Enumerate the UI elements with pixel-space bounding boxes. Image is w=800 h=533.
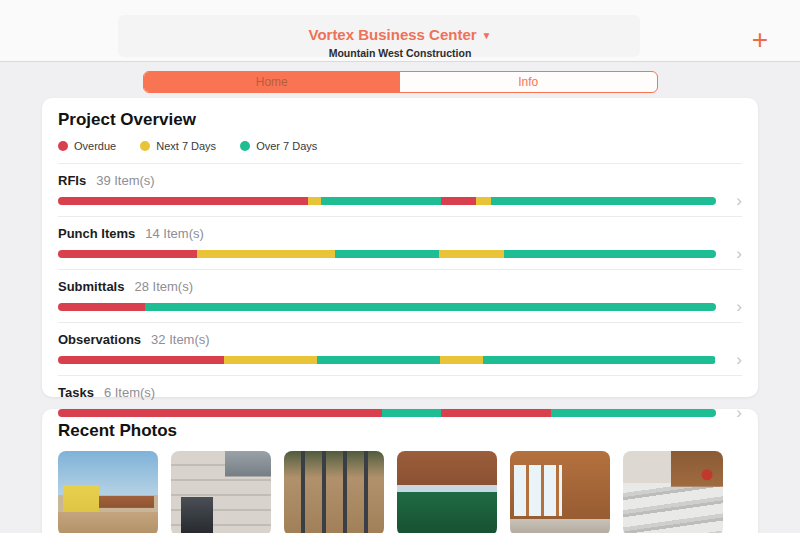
photo-wood-framing-interior[interactable] [510,451,610,533]
company-name: Mountain West Construction [0,47,800,59]
status-bar [58,303,716,311]
bar-segment-overdue [58,409,382,417]
row-head: Submittals28 Item(s) [58,279,742,294]
overview-row-observations[interactable]: Observations32 Item(s)› [58,322,742,375]
bar-segment-next_7_days [440,356,483,364]
bar-segment-overdue [441,409,552,417]
bar-wrap: › [58,250,742,258]
row-name: Observations [58,332,141,347]
photo-strip [58,451,742,533]
bar-wrap: › [58,303,742,311]
bar-segment-over_7_days [504,250,716,258]
bar-segment-overdue [58,197,308,205]
legend-label: Next 7 Days [156,140,216,152]
bar-segment-over_7_days [145,303,716,311]
bar-segment-over_7_days [335,250,439,258]
legend-label: Overdue [74,140,116,152]
legend-dot-icon [58,141,68,151]
bar-segment-overdue [58,250,197,258]
photo-yellow-building-exterior[interactable] [58,451,158,533]
project-overview-title: Project Overview [58,98,742,130]
project-title-dropdown[interactable]: Vortex Business Center ▼ [308,26,491,43]
overview-row-punch-items[interactable]: Punch Items14 Item(s)› [58,216,742,269]
row-name: Submittals [58,279,124,294]
row-name: Punch Items [58,226,135,241]
bar-segment-next_7_days [308,197,321,205]
tab-home[interactable]: Home [144,72,401,92]
app-header: Vortex Business Center ▼ Mountain West C… [0,0,800,62]
chevron-down-icon: ▼ [482,30,492,41]
status-bar [58,197,716,205]
bar-segment-overdue [58,356,224,364]
row-head: RFIs39 Item(s) [58,173,742,188]
chevron-right-icon[interactable]: › [716,303,742,311]
bar-segment-over_7_days [317,356,441,364]
add-button[interactable]: + [746,26,774,54]
row-count: 14 Item(s) [145,226,204,241]
bar-segment-over_7_days [483,356,715,364]
row-head: Punch Items14 Item(s) [58,226,742,241]
project-title: Vortex Business Center [308,26,476,43]
legend-item: Next 7 Days [140,140,216,152]
bar-segment-over_7_days [382,409,441,417]
row-count: 6 Item(s) [104,385,155,400]
status-bar [58,250,716,258]
bar-segment-next_7_days [224,356,316,364]
overview-row-submittals[interactable]: Submittals28 Item(s)› [58,269,742,322]
legend-dot-icon [240,141,250,151]
project-switcher: Vortex Business Center ▼ Mountain West C… [0,26,800,59]
chevron-right-icon[interactable]: › [716,356,742,364]
photo-scaffolding[interactable] [284,451,384,533]
photo-block-wall-electrical-panel[interactable] [171,451,271,533]
bar-wrap: › [58,197,742,205]
legend-label: Over 7 Days [256,140,317,152]
row-name: Tasks [58,385,94,400]
bar-segment-overdue [441,197,476,205]
overview-rows: RFIs39 Item(s)›Punch Items14 Item(s)›Sub… [58,163,742,428]
row-count: 32 Item(s) [151,332,210,347]
project-overview-card: Project Overview OverdueNext 7 DaysOver … [42,98,758,397]
chevron-right-icon[interactable]: › [716,409,742,417]
chevron-right-icon[interactable]: › [716,197,742,205]
bar-segment-next_7_days [197,250,335,258]
row-name: RFIs [58,173,86,188]
bar-segment-overdue [58,303,145,311]
tab-info[interactable]: Info [400,72,657,92]
status-bar [58,409,716,417]
bar-segment-over_7_days [321,197,441,205]
status-bar [58,356,716,364]
recent-photos-card: Recent Photos [42,409,758,533]
chevron-right-icon[interactable]: › [716,250,742,258]
row-head: Observations32 Item(s) [58,332,742,347]
bar-segment-over_7_days [491,197,716,205]
legend-item: Overdue [58,140,116,152]
bar-segment-over_7_days [551,409,716,417]
status-legend: OverdueNext 7 DaysOver 7 Days [58,140,742,163]
legend-item: Over 7 Days [240,140,317,152]
bar-segment-next_7_days [476,197,491,205]
row-count: 28 Item(s) [134,279,193,294]
bar-wrap: › [58,409,742,417]
bar-wrap: › [58,356,742,364]
overview-row-rfis[interactable]: RFIs39 Item(s)› [58,163,742,216]
bar-segment-next_7_days [439,250,504,258]
row-count: 39 Item(s) [96,173,155,188]
segmented-control: HomeInfo [143,71,658,93]
legend-dot-icon [140,141,150,151]
photo-green-dumpster[interactable] [397,451,497,533]
photo-drywall-stacks[interactable] [623,451,723,533]
row-head: Tasks6 Item(s) [58,385,742,400]
